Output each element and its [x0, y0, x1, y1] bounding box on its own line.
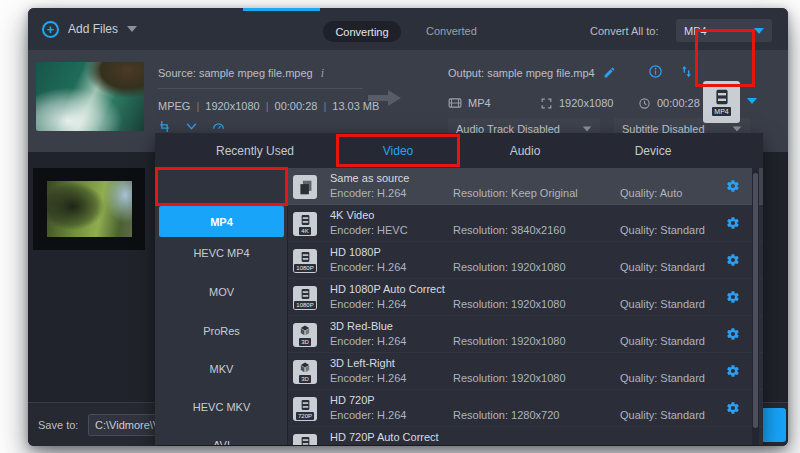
film-icon	[714, 89, 730, 105]
gear-icon[interactable]	[726, 401, 740, 415]
profile-row-hd-720p[interactable]: 720P HD 720P Encoder: H.264 Resolution: …	[288, 390, 763, 427]
clip-tool-icons	[158, 120, 248, 132]
format-chevron-icon[interactable]	[747, 98, 757, 104]
save-to-label: Save to:	[38, 419, 78, 431]
film-icon	[448, 96, 462, 110]
convert-all-value: MP4	[684, 25, 754, 37]
sidebar-item-hevc-mp4[interactable]: HEVC MP4	[155, 238, 288, 268]
edit-pencil-icon[interactable]	[603, 66, 616, 79]
divider	[158, 88, 363, 89]
convert-all-dropdown[interactable]: MP4	[676, 19, 772, 42]
sidebar-item-avi[interactable]: AVI	[155, 430, 288, 445]
output-resolution: 1920x1080	[559, 97, 613, 109]
sidebar-item-mkv[interactable]: MKV	[155, 354, 288, 384]
profile-row-same-as-source[interactable]: Same as source Encoder: H.264 Resolution…	[288, 168, 763, 205]
copy-icon	[293, 175, 317, 199]
active-tab-underline	[343, 164, 453, 167]
sidebar-item-prores[interactable]: ProRes	[155, 316, 288, 346]
tab-converted[interactable]: Converted	[426, 25, 477, 37]
output-duration-group: 00:00:28	[638, 97, 700, 110]
source-resolution: 1920x1080	[205, 100, 259, 112]
crop-icon[interactable]	[158, 120, 171, 132]
profile-row-3d-red-blue[interactable]: 3D 3D Red-Blue Encoder: H.264 Resolution…	[288, 316, 763, 353]
top-toolbar: + Add Files Converting Converted Convert…	[28, 8, 788, 50]
tab-converting[interactable]: Converting	[323, 21, 401, 42]
convert-all-label: Convert All to:	[590, 25, 658, 37]
sidebar-item-hevc-mkv[interactable]: HEVC MKV	[155, 392, 288, 422]
compress-updown-icon[interactable]	[679, 64, 694, 79]
film-icon: 720P	[293, 397, 317, 421]
film-icon: 1080P	[293, 249, 317, 273]
source-meta: MPEG|1920x1080|00:00:28|13.03 MB	[158, 100, 379, 112]
tab-recently-used[interactable]: Recently Used	[190, 133, 320, 168]
scrollbar-thumb[interactable]	[753, 173, 758, 428]
output-duration: 00:00:28	[657, 97, 700, 109]
output-format-group: MP4	[448, 96, 540, 110]
chevron-down-icon	[583, 126, 592, 131]
film-icon: 1080P	[293, 286, 317, 310]
source-video-thumbnail	[36, 62, 144, 131]
cube-3d-icon: 3D	[293, 323, 317, 347]
top-accent-strip	[243, 8, 320, 11]
sidebar-item-mov[interactable]: MOV	[155, 277, 288, 307]
output-action-icons	[648, 64, 694, 79]
add-files-label: Add Files	[68, 22, 118, 36]
format-badge: MP4	[712, 107, 730, 116]
cube-3d-icon: 3D	[293, 360, 317, 384]
chevron-down-icon	[754, 28, 764, 34]
format-panel-tabs: Recently Used Video Audio Device	[155, 133, 763, 168]
add-files-button[interactable]: + Add Files	[42, 17, 137, 41]
info-icon[interactable]: i	[321, 66, 324, 80]
format-sidebar: MP4 HEVC MP4 MOV ProRes MKV HEVC MKV AVI	[155, 168, 288, 445]
app-window: + Add Files Converting Converted Convert…	[28, 8, 788, 446]
clock-icon	[638, 97, 651, 110]
info-circle-icon[interactable]	[648, 64, 663, 79]
sidebar-item-mp4[interactable]: MP4	[159, 206, 284, 237]
source-format: MPEG	[158, 100, 190, 112]
gear-icon[interactable]	[726, 253, 740, 267]
second-clip-thumbnail	[47, 181, 132, 237]
source-file-name: Source: sample mpeg file.mpeg	[158, 67, 313, 79]
chevron-down-icon	[127, 26, 137, 32]
gear-icon[interactable]	[726, 216, 740, 230]
profile-row-hd-1080p-auto-correct[interactable]: 1080P HD 1080P Auto Correct Encoder: H.2…	[288, 279, 763, 316]
tab-device[interactable]: Device	[588, 133, 718, 168]
gear-icon[interactable]	[726, 179, 740, 193]
format-panel: Recently Used Video Audio Device MP4 HEV…	[155, 133, 763, 445]
tab-audio[interactable]: Audio	[460, 133, 590, 168]
profile-row-hd-1080p[interactable]: 1080P HD 1080P Encoder: H.264 Resolution…	[288, 242, 763, 279]
second-clip-card	[33, 168, 145, 250]
gear-icon[interactable]	[726, 364, 740, 378]
expand-icon	[540, 97, 553, 110]
scrollbar[interactable]	[752, 168, 759, 445]
output-file-name: Output: sample mpeg file.mp4	[448, 67, 595, 79]
film-icon: 720P	[293, 434, 317, 445]
gear-icon[interactable]	[726, 290, 740, 304]
output-format-button[interactable]: MP4	[703, 81, 740, 123]
gear-icon[interactable]	[726, 327, 740, 341]
profile-row-3d-left-right[interactable]: 3D 3D Left-Right Encoder: H.264 Resoluti…	[288, 353, 763, 390]
convert-arrow-icon	[368, 90, 402, 106]
plus-circle-icon: +	[42, 21, 59, 38]
gauge-icon[interactable]	[212, 120, 225, 132]
output-format: MP4	[468, 97, 491, 109]
output-file-title: Output: sample mpeg file.mp4	[448, 66, 616, 79]
film-icon: 4K	[293, 212, 317, 236]
profile-list: Same as source Encoder: H.264 Resolution…	[288, 168, 763, 445]
chevron-icon[interactable]	[185, 120, 198, 132]
source-duration: 00:00:28	[275, 100, 318, 112]
profile-row-4k-video[interactable]: 4K 4K Video Encoder: HEVC Resolution: 38…	[288, 205, 763, 242]
output-resolution-group: 1920x1080	[540, 97, 638, 110]
source-file-title: Source: sample mpeg file.mpegi	[158, 66, 324, 81]
chevron-down-icon	[733, 126, 742, 131]
tab-video[interactable]: Video	[333, 133, 463, 168]
profile-row-hd-720p-auto-correct[interactable]: 720P HD 720P Auto Correct	[288, 427, 763, 445]
